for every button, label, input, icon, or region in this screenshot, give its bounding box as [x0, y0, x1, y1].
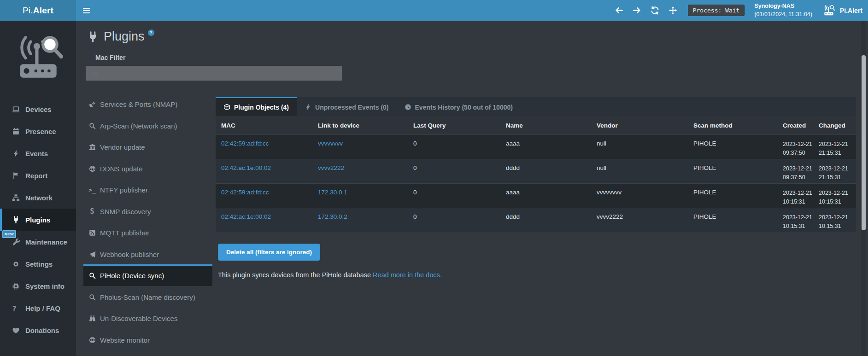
device-link[interactable]: vvvv2222: [318, 164, 344, 171]
back-button[interactable]: [613, 5, 625, 17]
created-cell: 2023-12-2110:15:31: [779, 208, 815, 232]
page-title-text: Plugins: [104, 28, 145, 45]
arrow-left-icon: [615, 6, 623, 15]
last-query-cell: 0: [408, 159, 500, 183]
page-title: Plugins ?: [87, 28, 154, 45]
paper-plane-icon: [89, 251, 96, 258]
sidebar-item-presence[interactable]: Presence: [0, 120, 76, 142]
column-header-mac: MAC: [216, 116, 312, 134]
sidebar-item-label: Settings: [25, 260, 53, 268]
tab-unprocessed-events[interactable]: Unprocessed Events (0): [297, 97, 397, 116]
sidebar-item-donations[interactable]: Donations: [0, 319, 76, 341]
plugin-item-label: Website monitor: [100, 336, 150, 344]
mac-link[interactable]: 02:42:59:ad:fd:cc: [221, 140, 269, 147]
tab-plugin-objects[interactable]: Plugin Objects (4): [216, 97, 297, 116]
move-widgets-button[interactable]: [667, 5, 679, 17]
sidebar-item-label: Help / FAQ: [25, 304, 60, 312]
plugin-item-vendor-update[interactable]: Vendor update: [83, 136, 212, 158]
plugin-item-pihole-device-sync[interactable]: PiHole (Device sync): [83, 264, 212, 286]
mac-link[interactable]: 02:42:ac:1e:00:02: [221, 213, 271, 220]
tab-events-history[interactable]: Events History (50 out of 10000): [397, 97, 521, 116]
plugin-item-pholus-scan[interactable]: Pholus-Scan (Name discovery): [83, 286, 212, 308]
topbar-main: Process: Wait Synology-NAS (01/01/2024, …: [76, 0, 868, 21]
sidebar-item-report[interactable]: Report: [0, 164, 76, 187]
plugin-item-website-monitor[interactable]: Website monitor: [83, 329, 212, 350]
plugin-item-services-ports[interactable]: Services & Ports (NMAP): [83, 93, 212, 115]
bolt-icon: [12, 150, 20, 158]
sidebar-item-label: System info: [25, 282, 65, 290]
table-row: 02:42:59:ad:fd:cc vvvvvvvv 0 aaaa null P…: [216, 134, 856, 159]
plugin-item-undiscoverable-devices[interactable]: Un-Discoverable Devices: [83, 307, 212, 329]
binoculars-icon: [89, 315, 96, 322]
plugin-item-arp-scan[interactable]: Arp-Scan (Network scan): [83, 115, 212, 136]
name-cell: dddd: [500, 159, 591, 183]
app-logo[interactable]: Pi.Alert: [0, 0, 76, 21]
column-header-name: Name: [500, 116, 591, 134]
help-badge[interactable]: ?: [148, 29, 154, 36]
mac-link[interactable]: 02:42:ac:1e:00:02: [221, 164, 271, 171]
sidebar-item-label: Donations: [25, 327, 59, 334]
new-feature-badge: NEW: [2, 230, 16, 238]
changed-cell: 2023-12-2121:15:31: [815, 159, 856, 183]
device-link[interactable]: vvvvvvvv: [318, 140, 343, 147]
name-cell: dddd: [500, 208, 591, 232]
plugin-item-ddns-update[interactable]: DDNS update: [83, 158, 212, 179]
plug-icon: [12, 216, 20, 224]
table-header-row: MAC Link to device Last Query Name Vendo…: [216, 116, 856, 134]
delete-all-button[interactable]: Delete all (filters are ignored): [218, 244, 320, 261]
tab-label: Unprocessed Events (0): [315, 104, 389, 111]
sidebar-item-label: Maintenance: [25, 238, 67, 246]
mac-filter-input[interactable]: [86, 66, 342, 81]
scrollbar-thumb[interactable]: [862, 55, 866, 230]
magnifier-icon: [89, 294, 96, 301]
plugin-item-ntfy-publisher[interactable]: >_ NTFY publisher: [83, 179, 212, 200]
plugin-item-label: Pholus-Scan (Name discovery): [100, 293, 195, 301]
sidebar-item-devices[interactable]: Devices: [0, 98, 76, 120]
sidebar-item-plugins[interactable]: Plugins: [0, 209, 76, 231]
device-link[interactable]: 172.30.0.2: [318, 213, 347, 220]
nas-timestamp: (01/01/2024, 11:31:04): [754, 11, 812, 19]
sidebar-item-help-faq[interactable]: ? Help / FAQ: [0, 297, 76, 319]
forward-button[interactable]: [631, 5, 643, 17]
arrows-move-icon: [669, 6, 677, 15]
brand-text-bold: Alert: [33, 6, 53, 16]
sidebar-item-label: Plugins: [25, 216, 50, 224]
topbar-app-name: Pi.Alert: [840, 7, 862, 14]
sidebar-toggle-button[interactable]: [83, 4, 97, 18]
created-cell: 2023-12-2109:37:50: [779, 159, 815, 183]
refresh-button[interactable]: [649, 5, 661, 17]
device-link[interactable]: 172.30.0.1: [318, 189, 347, 196]
mac-link[interactable]: 02:42:59:ad:fd:cc: [221, 189, 269, 196]
column-header-last-query: Last Query: [408, 116, 500, 134]
read-docs-link[interactable]: Read more in the docs.: [373, 271, 442, 279]
created-cell: 2023-12-2110:15:31: [779, 184, 815, 208]
table-row: 02:42:ac:1e:00:02 vvvv2222 0 dddd null P…: [216, 159, 856, 183]
wrench-icon: [12, 238, 20, 246]
router-scan-icon: [822, 5, 836, 17]
topbar-app-badge: Pi.Alert: [822, 5, 862, 17]
scan-method-cell: PIHOLE: [688, 208, 779, 232]
plugin-item-webhook-publisher[interactable]: Webhook publisher: [83, 243, 212, 265]
plugin-item-snmp-discovery[interactable]: S SNMP discovery: [83, 200, 212, 222]
column-header-vendor: Vendor: [591, 116, 688, 134]
vendor-cell: null: [591, 135, 688, 159]
sidebar-item-events[interactable]: Events: [0, 142, 76, 164]
stripe-s-icon: S: [88, 208, 96, 215]
sidebar-item-label: Report: [25, 172, 47, 180]
plugin-list: Services & Ports (NMAP) Arp-Scan (Networ…: [83, 93, 212, 350]
scrollbar-track: [861, 21, 866, 356]
plugin-item-mqtt-publisher[interactable]: MQTT publisher: [83, 222, 212, 243]
plugin-item-label: PiHole (Device sync): [100, 272, 164, 280]
plugin-objects-table: MAC Link to device Last Query Name Vendo…: [216, 116, 856, 232]
sidebar-item-network[interactable]: Network: [0, 187, 76, 209]
table-row: 02:42:59:ad:fd:cc 172.30.0.1 0 aaaa vvvv…: [216, 183, 856, 208]
process-status-badge: Process: Wait: [688, 5, 745, 16]
table-row: 02:42:ac:1e:00:02 172.30.0.2 0 dddd vvvv…: [216, 208, 856, 232]
sidebar-item-system-info[interactable]: System info: [0, 275, 76, 297]
tab-label: Events History (50 out of 10000): [415, 104, 513, 111]
sidebar-item-label: Presence: [25, 128, 56, 135]
name-cell: aaaa: [500, 135, 591, 159]
sidebar-item-label: Devices: [25, 105, 52, 113]
sidebar-item-settings[interactable]: Settings: [0, 253, 76, 275]
plugin-item-label: NTFY publisher: [100, 186, 148, 194]
